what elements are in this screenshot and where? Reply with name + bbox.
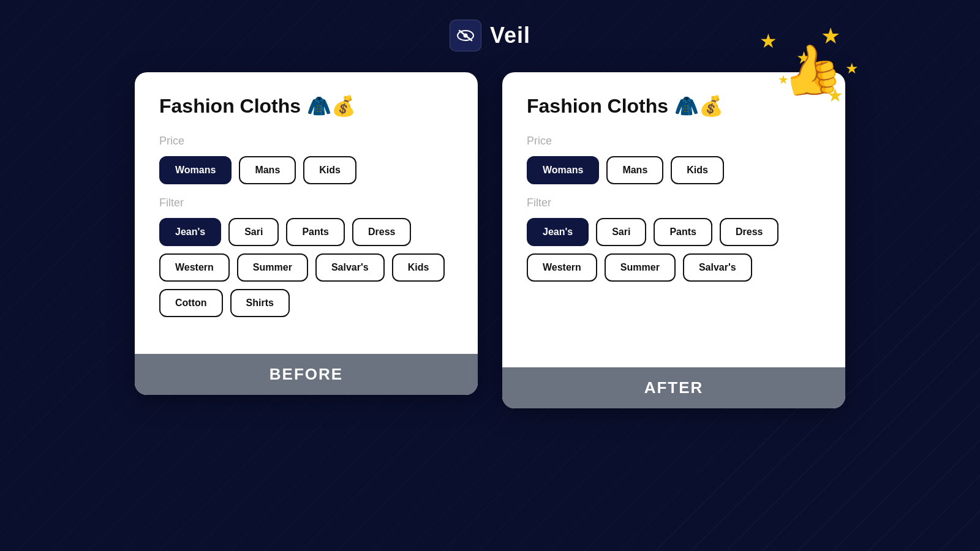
logo-box xyxy=(450,20,481,51)
after-card-title: Fashion Cloths 🧥💰 xyxy=(527,94,821,118)
svg-line-2 xyxy=(459,31,472,40)
spacer xyxy=(527,294,821,343)
after-title-emoji: 🧥💰 xyxy=(674,94,723,118)
after-card: Fashion Cloths 🧥💰 Price Womans Mans Kids… xyxy=(502,72,845,408)
after-filter-buttons: Jean's Sari Pants Dress Western Summer S… xyxy=(527,218,821,282)
after-price-btn-womans[interactable]: Womans xyxy=(527,156,599,184)
before-price-btn-womans[interactable]: Womans xyxy=(159,156,232,184)
before-price-btn-kids[interactable]: Kids xyxy=(303,156,356,184)
after-filter-western[interactable]: Western xyxy=(527,253,597,282)
after-card-body: Fashion Cloths 🧥💰 Price Womans Mans Kids… xyxy=(502,72,845,367)
before-price-buttons: Womans Mans Kids xyxy=(159,156,453,184)
eye-slash-icon xyxy=(456,26,475,45)
before-filter-jeans[interactable]: Jean's xyxy=(159,218,221,246)
before-filter-shirts[interactable]: Shirts xyxy=(230,289,290,317)
after-filter-dress[interactable]: Dress xyxy=(720,218,778,246)
before-card-title: Fashion Cloths 🧥💰 xyxy=(159,94,453,118)
after-price-btn-kids[interactable]: Kids xyxy=(671,156,724,184)
before-filter-dress[interactable]: Dress xyxy=(352,218,411,246)
after-title-text: Fashion Cloths xyxy=(527,95,668,118)
after-filter-summer[interactable]: Summer xyxy=(605,253,676,282)
after-filter-label: Filter xyxy=(527,197,821,209)
after-card-wrapper: ★ ★ ★ ★ ★ ★ 👍 Fashion Cloths 🧥💰 Price Wo… xyxy=(502,72,845,408)
before-filter-salvars[interactable]: Salvar's xyxy=(315,253,385,282)
after-price-label: Price xyxy=(527,135,821,148)
before-filter-western[interactable]: Western xyxy=(159,253,230,282)
before-title-emoji: 🧥💰 xyxy=(307,94,356,118)
before-price-label: Price xyxy=(159,135,453,148)
before-card-footer: BEFORE xyxy=(135,354,478,395)
before-price-btn-mans[interactable]: Mans xyxy=(239,156,296,184)
before-title-text: Fashion Cloths xyxy=(159,95,301,118)
before-filter-summer[interactable]: Summer xyxy=(237,253,308,282)
after-price-buttons: Womans Mans Kids xyxy=(527,156,821,184)
before-filter-label: Filter xyxy=(159,197,453,209)
before-card: Fashion Cloths 🧥💰 Price Womans Mans Kids… xyxy=(135,72,478,395)
main-content: Fashion Cloths 🧥💰 Price Womans Mans Kids… xyxy=(0,66,980,414)
after-filter-salvars[interactable]: Salvar's xyxy=(683,253,752,282)
before-filter-sari[interactable]: Sari xyxy=(228,218,279,246)
after-price-btn-mans[interactable]: Mans xyxy=(606,156,663,184)
header: Veil xyxy=(0,0,980,66)
before-filter-pants[interactable]: Pants xyxy=(286,218,345,246)
after-filter-pants[interactable]: Pants xyxy=(654,218,712,246)
before-card-body: Fashion Cloths 🧥💰 Price Womans Mans Kids… xyxy=(135,72,478,354)
after-filter-jeans[interactable]: Jean's xyxy=(527,218,589,246)
before-filter-cotton[interactable]: Cotton xyxy=(159,289,223,317)
after-filter-sari[interactable]: Sari xyxy=(596,218,646,246)
before-footer-label: BEFORE xyxy=(270,365,343,383)
before-filter-buttons: Jean's Sari Pants Dress Western Summer S… xyxy=(159,218,453,317)
after-card-footer: AFTER xyxy=(502,367,845,408)
before-filter-kids[interactable]: Kids xyxy=(392,253,445,282)
brand-name: Veil xyxy=(490,23,530,48)
after-footer-label: AFTER xyxy=(644,378,704,397)
